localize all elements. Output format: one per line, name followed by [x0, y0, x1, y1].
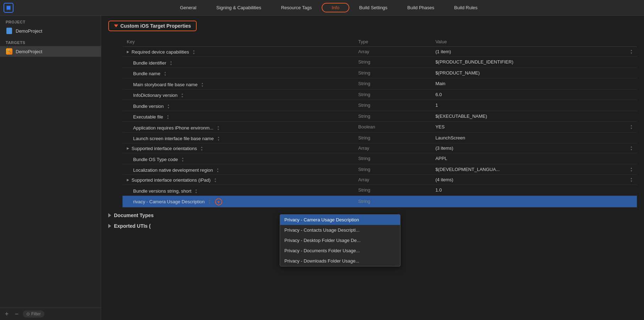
- value-cell: 6.0: [431, 89, 637, 100]
- value-cell: $(EXECUTABLE_NAME): [431, 111, 637, 122]
- sort-arrows-icon: ▲▼: [170, 60, 172, 66]
- sort-arrows-icon: ▲▼: [192, 49, 195, 55]
- table-row[interactable]: rivacy - Camera Usage Description▲▼+Stri…: [122, 195, 637, 207]
- sort-arrows-icon: ▲▼: [214, 177, 217, 183]
- autocomplete-item[interactable]: Privacy - Downloads Folder Usage...: [280, 256, 400, 266]
- type-cell: String: [354, 153, 431, 164]
- properties-table: Key Type Value ▶ Required device capabil…: [122, 37, 637, 208]
- value-cell: (3 items)▲▼: [431, 143, 637, 153]
- tab-signing[interactable]: Signing & Capabilities: [206, 3, 271, 12]
- table-row[interactable]: ▶ Supported interface orientations (iPad…: [122, 175, 637, 185]
- tab-resource-tags[interactable]: Resource Tags: [271, 3, 322, 12]
- expand-document-types-icon: [108, 213, 111, 217]
- key-cell: Localization native development region▲▼: [122, 164, 354, 175]
- tab-build-phases[interactable]: Build Phases: [397, 3, 444, 12]
- value-stepper-icon[interactable]: ▲▼: [630, 167, 633, 172]
- type-cell: String: [354, 57, 431, 68]
- tab-info[interactable]: Info: [322, 3, 349, 12]
- key-text: Bundle version: [133, 104, 164, 109]
- table-row[interactable]: Executable file▲▼String$(EXECUTABLE_NAME…: [122, 111, 637, 122]
- table-row[interactable]: Bundle identifier▲▼String$(PRODUCT_BUNDL…: [122, 57, 637, 68]
- table-row[interactable]: Application requires iPhone environm...▲…: [122, 122, 637, 133]
- table-row[interactable]: Launch screen interface file base name▲▼…: [122, 132, 637, 143]
- svg-rect-1: [7, 6, 10, 10]
- table-row[interactable]: ▶ Required device capabilities▲▼Array(1 …: [122, 47, 637, 57]
- type-cell: String: [354, 195, 431, 207]
- sort-arrows-icon: ▲▼: [201, 82, 203, 87]
- type-cell: Array: [354, 175, 431, 185]
- key-text: Supported interface orientations (iPad): [132, 177, 211, 183]
- col-header-value: Value: [431, 37, 637, 47]
- target-icon: 🔨: [6, 48, 13, 55]
- filter-button[interactable]: ⊙ Filter: [23, 310, 44, 318]
- value-cell[interactable]: [431, 195, 637, 207]
- table-row[interactable]: Bundle versions string, short▲▼String1.0: [122, 185, 637, 196]
- table-row[interactable]: Bundle version▲▼String1: [122, 100, 637, 111]
- value-stepper-icon[interactable]: ▲▼: [630, 177, 633, 182]
- value-input[interactable]: [435, 199, 633, 204]
- sort-arrows-icon: ▲▼: [201, 146, 203, 151]
- table-row[interactable]: ▶ Supported interface orientations▲▼Arra…: [122, 143, 637, 153]
- key-cell: Executable file▲▼: [122, 111, 354, 122]
- add-row-button[interactable]: +: [215, 198, 222, 205]
- section-title: Custom iOS Target Properties: [120, 23, 191, 29]
- sort-arrows-icon: ▲▼: [208, 199, 211, 204]
- key-text: Application requires iPhone environm...: [133, 125, 213, 131]
- targets-section-label: TARGETS: [0, 36, 101, 46]
- value-cell: APPL: [431, 153, 637, 164]
- value-stepper-icon[interactable]: ▲▼: [630, 145, 633, 151]
- remove-button[interactable]: −: [13, 310, 21, 318]
- autocomplete-item[interactable]: Privacy - Camera Usage Description: [280, 215, 400, 225]
- collapse-triangle-icon: [114, 24, 118, 27]
- value-cell: (1 item)▲▼: [431, 47, 637, 57]
- autocomplete-item[interactable]: Privacy - Documents Folder Usage...: [280, 245, 400, 256]
- value-cell: (4 items)▲▼: [431, 175, 637, 185]
- table-row[interactable]: Bundle OS Type code▲▼StringAPPL: [122, 153, 637, 164]
- key-text: Localization native development region: [133, 167, 213, 173]
- sort-arrows-icon: ▲▼: [217, 167, 219, 173]
- key-cell: ▶ Supported interface orientations (iPad…: [122, 175, 354, 185]
- key-cell: ▶ Required device capabilities▲▼: [122, 47, 354, 57]
- key-text: Launch screen interface file base name: [133, 136, 214, 141]
- filter-icon: ⊙: [26, 311, 30, 316]
- key-text: InfoDictionary version: [133, 93, 178, 98]
- type-cell: String: [354, 67, 431, 78]
- type-cell: String: [354, 164, 431, 175]
- filter-label: Filter: [31, 311, 41, 316]
- key-cell: Launch screen interface file base name▲▼: [122, 132, 354, 143]
- tab-build-settings[interactable]: Build Settings: [349, 3, 398, 12]
- sidebar-item-project[interactable]: DemoProject: [0, 26, 101, 36]
- project-icon: [6, 27, 13, 34]
- key-text: Bundle name: [133, 71, 160, 76]
- tab-build-rules[interactable]: Build Rules: [444, 3, 487, 12]
- expand-exported-utis-icon: [108, 224, 111, 228]
- section-header-toggle[interactable]: Custom iOS Target Properties: [108, 21, 197, 31]
- key-text: Required device capabilities: [132, 49, 189, 55]
- exported-utis-label: Exported UTIs (: [114, 223, 151, 229]
- value-stepper-icon[interactable]: ▲▼: [630, 49, 633, 54]
- autocomplete-item[interactable]: Privacy - Contacts Usage Descripti...: [280, 225, 400, 235]
- tab-general[interactable]: General: [170, 3, 206, 12]
- table-row[interactable]: Bundle name▲▼String$(PRODUCT_NAME): [122, 67, 637, 78]
- sort-arrows-icon: ▲▼: [195, 188, 197, 194]
- key-text: Main storyboard file base name: [133, 82, 197, 87]
- key-text: Supported interface orientations: [132, 146, 197, 151]
- value-stepper-icon[interactable]: ▲▼: [630, 124, 633, 129]
- value-cell: Main: [431, 78, 637, 89]
- sort-arrows-icon: ▲▼: [217, 136, 220, 141]
- table-row[interactable]: Main storyboard file base name▲▼StringMa…: [122, 78, 637, 89]
- autocomplete-item[interactable]: Privacy - Desktop Folder Usage De...: [280, 235, 400, 245]
- add-button[interactable]: +: [3, 310, 11, 318]
- key-text: Bundle OS Type code: [133, 157, 178, 162]
- main-layout: PROJECT DemoProject TARGETS 🔨 DemoProjec…: [0, 16, 644, 320]
- sidebar-item-target[interactable]: 🔨 DemoProject: [0, 46, 101, 57]
- key-cell: ▶ Supported interface orientations▲▼: [122, 143, 354, 153]
- sidebar-bottom-bar: + − ⊙ Filter: [0, 308, 101, 320]
- table-row[interactable]: Localization native development region▲▼…: [122, 164, 637, 175]
- sort-arrows-icon: ▲▼: [181, 157, 184, 162]
- content-area: Custom iOS Target Properties Key Type Va…: [101, 16, 644, 320]
- key-text: Bundle versions string, short: [133, 188, 191, 194]
- type-cell: String: [354, 185, 431, 196]
- table-row[interactable]: InfoDictionary version▲▼String6.0: [122, 89, 637, 100]
- type-cell: Array: [354, 47, 431, 57]
